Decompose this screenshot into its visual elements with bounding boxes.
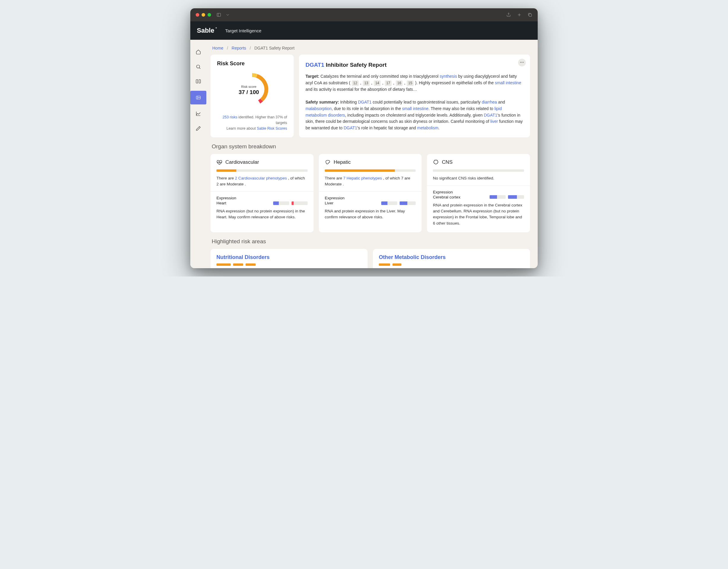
learn-prefix: Learn more about	[227, 126, 257, 131]
expression-title: Expression	[433, 190, 524, 194]
expression-desc: RNA and protein expression in the Liver.…	[325, 208, 416, 221]
sidebar-item-search[interactable]	[190, 60, 206, 74]
book-icon	[196, 79, 201, 84]
link-small-intestine-2[interactable]: small intestine	[402, 106, 428, 111]
organ-header-cardio: Cardiovascular	[216, 159, 308, 165]
app-body: Home / Reports / DGAT1 Safety Report Ris…	[190, 40, 538, 268]
chevron-down-icon[interactable]	[225, 12, 230, 17]
main-content: Home / Reports / DGAT1 Safety Report Ris…	[206, 40, 538, 268]
app-logo[interactable]: Sable°	[197, 27, 217, 34]
organ-title: CNS	[442, 159, 452, 165]
report-title-rest: Inhibitor Safety Report	[324, 62, 387, 68]
highlight-title: Nutritional Disorders	[216, 254, 362, 261]
app-subtitle: Target Intelligence	[225, 28, 262, 33]
risk-bar-cns	[433, 169, 524, 172]
reference-pill[interactable]: 16	[396, 80, 403, 86]
severity-pill	[393, 264, 401, 266]
sidebar-item-reports[interactable]	[190, 91, 206, 104]
reference-pill[interactable]: 15	[407, 80, 414, 86]
maximize-window-icon[interactable]	[208, 13, 211, 17]
tissue-name: Cerebral cortex	[433, 195, 486, 199]
gauge-score: 37 / 100	[239, 89, 259, 95]
tissue-name: Liver	[325, 201, 378, 205]
risk-score-title: Risk Score	[217, 61, 287, 67]
organ-row: Cardiovascular There are 2 Cardiovascula…	[211, 154, 530, 232]
protein-bar	[400, 202, 416, 205]
heart-icon	[216, 159, 222, 165]
organ-text-cns: No significant CNS risks identified.	[433, 175, 524, 181]
expression-row: Heart	[216, 201, 308, 205]
learn-link[interactable]: Sable Risk Scores	[257, 126, 287, 131]
gauge-svg: Risk score 37 / 100	[234, 72, 270, 107]
link-synthesis[interactable]: synthesis	[440, 74, 457, 79]
expression-bars	[381, 202, 416, 205]
protein-bar	[292, 202, 308, 205]
svg-line-7	[199, 68, 200, 69]
reference-pills: 12 , 13 , 14 , 17 , 16 , 15	[350, 80, 415, 85]
svg-point-6	[197, 65, 200, 68]
highlight-card-nutritional[interactable]: Nutritional Disorders	[211, 249, 368, 268]
link-metabolism[interactable]: metabolism	[417, 126, 439, 130]
target-paragraph: Target: Catalyzes the terminal and only …	[306, 73, 523, 93]
share-icon[interactable]	[506, 12, 511, 17]
risks-suffix: identified. Higher than 37% of targets	[238, 115, 287, 125]
ellipsis-icon: ⋯	[520, 59, 524, 66]
browser-chrome	[190, 8, 538, 21]
window-controls	[196, 13, 211, 17]
protein-bar	[508, 195, 524, 199]
breadcrumb-current: DGAT1 Safety Report	[254, 46, 295, 50]
gauge-label: Risk score	[241, 85, 256, 88]
highlight-card-metabolic[interactable]: Other Metabolic Disorders	[373, 249, 530, 268]
breadcrumb-reports[interactable]: Reports	[232, 46, 246, 50]
liver-icon	[325, 159, 331, 165]
breadcrumb-home[interactable]: Home	[212, 46, 223, 50]
organ-section-title: Organ system breakdown	[212, 143, 530, 150]
logo-text: Sable	[197, 27, 214, 34]
highlight-section-title: Highlighted risk areas	[212, 238, 530, 245]
link-dgat1[interactable]: DGAT1	[358, 100, 372, 104]
severity-pill	[216, 264, 231, 266]
logo-degree: °	[216, 27, 217, 31]
link-diarrhea[interactable]: diarrhea	[482, 100, 497, 104]
organ-text-cardio: There are 2 Cardiovascular phenotypes , …	[216, 175, 308, 188]
app-header: Sable° Target Intelligence	[190, 21, 538, 40]
severity-pill	[246, 264, 256, 266]
sidebar-toggle-group	[216, 12, 230, 17]
target-label: Target:	[306, 74, 319, 79]
pencil-icon	[196, 126, 201, 131]
report-title-highlight: DGAT1	[306, 62, 324, 68]
phenotypes-link[interactable]: 7 Hepatic phenotypes	[343, 176, 382, 180]
sidebar-toggle-icon[interactable]	[216, 12, 221, 17]
plus-icon[interactable]	[517, 12, 522, 17]
reference-pill[interactable]: 14	[374, 80, 381, 86]
search-icon	[196, 64, 201, 69]
link-small-intestine[interactable]: small intestine	[495, 80, 521, 85]
pill-row	[216, 264, 362, 266]
tabs-icon[interactable]	[528, 12, 532, 17]
link-malabsorption[interactable]: malabsorption	[306, 106, 332, 111]
organ-header-cns: CNS	[433, 159, 524, 165]
svg-rect-5	[529, 14, 532, 17]
close-window-icon[interactable]	[196, 13, 199, 17]
minimize-window-icon[interactable]	[202, 13, 205, 17]
link-liver[interactable]: liver	[490, 119, 498, 124]
risks-count-link[interactable]: 253 risks	[223, 115, 238, 119]
link-dgat1-3[interactable]: DGAT1	[344, 126, 357, 130]
sidebar-item-analytics[interactable]	[190, 107, 206, 121]
phenotypes-link[interactable]: 2 Cardiovascular phenotypes	[235, 176, 287, 180]
breadcrumb: Home / Reports / DGAT1 Safety Report	[211, 46, 530, 50]
reference-pill[interactable]: 12	[352, 80, 359, 86]
sidebar-item-library[interactable]	[190, 75, 206, 88]
more-menu-button[interactable]: ⋯	[518, 59, 526, 66]
breadcrumb-sep: /	[250, 46, 251, 50]
expression-bars	[273, 202, 308, 205]
sidebar-item-home[interactable]	[190, 45, 206, 59]
reference-pill[interactable]: 13	[363, 80, 370, 86]
chart-icon	[196, 111, 201, 116]
sidebar-item-edit[interactable]	[190, 122, 206, 135]
tissue-name: Heart	[216, 201, 270, 205]
risk-bar-fill	[216, 169, 236, 172]
link-dgat1-2[interactable]: DGAT1	[484, 113, 498, 118]
organ-title: Cardiovascular	[225, 159, 259, 165]
reference-pill[interactable]: 17	[385, 80, 392, 86]
